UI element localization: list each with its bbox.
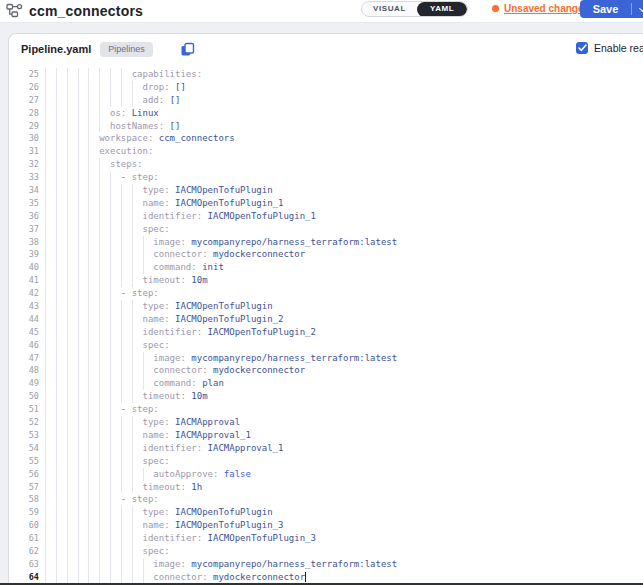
yaml-key: identifier:	[143, 442, 203, 455]
code-line[interactable]: 35name: IACMOpenTofuPlugin_1	[9, 197, 643, 210]
code-line[interactable]: 45identifier: IACMOpenTofuPlugin_2	[9, 326, 643, 339]
code-line[interactable]: 36identifier: IACMOpenTofuPlugin_1	[9, 210, 643, 223]
save-options-button[interactable]	[632, 0, 643, 18]
tab-visual[interactable]: VISUAL	[362, 2, 417, 16]
yaml-key: image:	[153, 236, 186, 249]
code-line[interactable]: 26drop: []	[9, 81, 643, 94]
code-line[interactable]: 30workspace: ccm_connectors	[9, 132, 643, 145]
code-line[interactable]: 52type: IACMApproval	[9, 416, 643, 429]
copy-icon[interactable]	[180, 42, 195, 57]
indent-guides	[45, 171, 121, 184]
line-number: 63	[9, 558, 39, 571]
indent-guides	[45, 223, 143, 236]
yaml-key: timeout:	[143, 390, 186, 403]
code-line[interactable]: 46spec:	[9, 339, 643, 352]
yaml-value: 1h	[186, 481, 202, 494]
code-line[interactable]: 48connector: mydockerconnector	[9, 364, 643, 377]
line-number: 48	[9, 364, 39, 377]
yaml-key: name:	[143, 197, 170, 210]
code-line[interactable]: 25capabilities:	[9, 68, 643, 81]
indent-guides	[45, 339, 143, 352]
code-line[interactable]: 56autoApprove: false	[9, 468, 643, 481]
line-number: 27	[9, 94, 39, 107]
save-button[interactable]: Save	[580, 0, 631, 18]
indent-guides	[45, 145, 99, 158]
code-line[interactable]: 31execution:	[9, 145, 643, 158]
indent-guides	[45, 364, 153, 377]
code-line[interactable]: 29hostNames: []	[9, 120, 643, 133]
indent-guides	[45, 403, 121, 416]
save-split-button[interactable]: Save	[580, 0, 643, 18]
code-line[interactable]: 41timeout: 10m	[9, 274, 643, 287]
line-number: 56	[9, 468, 39, 481]
code-line[interactable]: 42- step:	[9, 287, 643, 300]
code-line[interactable]: 37spec:	[9, 223, 643, 236]
line-number: 45	[9, 326, 39, 339]
code-line[interactable]: 60name: IACMOpenTofuPlugin_3	[9, 519, 643, 532]
code-line[interactable]: 32steps:	[9, 158, 643, 171]
code-line[interactable]: 53name: IACMApproval_1	[9, 429, 643, 442]
yaml-value: IACMOpenTofuPlugin	[170, 300, 273, 313]
code-line[interactable]: 50timeout: 10m	[9, 390, 643, 403]
yaml-value: init	[197, 261, 224, 274]
yaml-key: image:	[153, 352, 186, 365]
yaml-key: capabilities:	[132, 68, 202, 81]
line-number: 40	[9, 261, 39, 274]
indent-guides	[45, 120, 110, 133]
checkbox-checked-icon[interactable]	[576, 42, 588, 54]
code-line[interactable]: 59type: IACMOpenTofuPlugin	[9, 506, 643, 519]
yaml-value: mycompanyrepo/harness_terraform:latest	[186, 352, 397, 365]
code-line[interactable]: 55spec:	[9, 455, 643, 468]
unsaved-changes-link[interactable]: Unsaved changes	[492, 1, 589, 16]
code-line[interactable]: 58- step:	[9, 493, 643, 506]
yaml-key: name:	[143, 519, 170, 532]
yaml-value: []	[164, 120, 180, 133]
code-line[interactable]: 43type: IACMOpenTofuPlugin	[9, 300, 643, 313]
code-line[interactable]: 40command: init	[9, 261, 643, 274]
yaml-dash: -	[121, 403, 132, 416]
code-line[interactable]: 62spec:	[9, 545, 643, 558]
indent-guides	[45, 210, 143, 223]
yaml-key: identifier:	[143, 326, 203, 339]
code-line[interactable]: 38image: mycompanyrepo/harness_terraform…	[9, 236, 643, 249]
chevron-down-icon	[638, 4, 643, 11]
yaml-key: name:	[143, 313, 170, 326]
indent-guides	[45, 81, 143, 94]
indent-guides	[45, 326, 143, 339]
yaml-code-editor[interactable]: 25capabilities:26drop: []27add: []28os: …	[9, 64, 643, 585]
unsaved-changes-label[interactable]: Unsaved changes	[504, 3, 589, 14]
line-number: 46	[9, 339, 39, 352]
code-line[interactable]: 34type: IACMOpenTofuPlugin	[9, 184, 643, 197]
visual-yaml-toggle[interactable]: VISUAL YAML	[361, 1, 468, 17]
code-line[interactable]: 54identifier: IACMApproval_1	[9, 442, 643, 455]
yaml-key: name:	[143, 429, 170, 442]
yaml-key: step:	[132, 171, 159, 184]
yaml-key: step:	[132, 493, 159, 506]
line-number: 57	[9, 481, 39, 494]
code-line[interactable]: 63image: mycompanyrepo/harness_terraform…	[9, 558, 643, 571]
line-number: 36	[9, 210, 39, 223]
file-name: Pipeline.yaml	[21, 43, 91, 55]
code-line[interactable]: 61identifier: IACMOpenTofuPlugin_3	[9, 532, 643, 545]
enable-readwrite-toggle[interactable]: Enable read/	[576, 42, 643, 54]
code-line[interactable]: 44name: IACMOpenTofuPlugin_2	[9, 313, 643, 326]
tab-yaml[interactable]: YAML	[417, 2, 467, 17]
code-line[interactable]: 39connector: mydockerconnector	[9, 248, 643, 261]
yaml-value: []	[170, 81, 186, 94]
code-line[interactable]: 28os: Linux	[9, 107, 643, 120]
indent-guides	[45, 300, 143, 313]
code-line[interactable]: 27add: []	[9, 94, 643, 107]
yaml-key: spec:	[143, 223, 170, 236]
code-line[interactable]: 51- step:	[9, 403, 643, 416]
code-line[interactable]: 57timeout: 1h	[9, 481, 643, 494]
code-lines[interactable]: 25capabilities:26drop: []27add: []28os: …	[9, 68, 643, 584]
code-line[interactable]: 33- step:	[9, 171, 643, 184]
yaml-editor-card: Pipeline.yaml Pipelines Enable read/ 25c…	[8, 33, 643, 585]
indent-guides	[45, 558, 153, 571]
indent-guides	[45, 158, 110, 171]
yaml-key: steps:	[110, 158, 143, 171]
code-line[interactable]: 49command: plan	[9, 377, 643, 390]
indent-guides	[45, 248, 153, 261]
code-line[interactable]: 47image: mycompanyrepo/harness_terraform…	[9, 352, 643, 365]
yaml-key: os:	[110, 107, 126, 120]
